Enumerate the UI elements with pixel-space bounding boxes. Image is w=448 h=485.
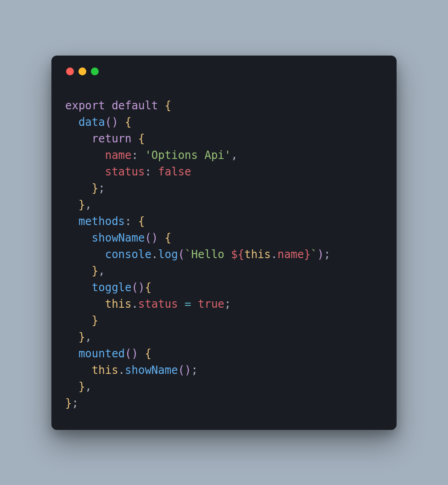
code-token: : <box>125 215 131 228</box>
code-token: } <box>78 380 85 393</box>
code-token: { <box>138 215 145 228</box>
code-token: ; <box>324 248 330 261</box>
code-token <box>65 149 105 162</box>
code-token: { <box>165 99 171 112</box>
code-token: , <box>85 380 91 393</box>
code-token <box>65 165 105 178</box>
code-token: ( <box>105 116 112 129</box>
code-token: showName <box>125 364 178 377</box>
code-token: , <box>85 198 91 211</box>
code-token: } <box>78 331 85 344</box>
code-token: status <box>105 165 145 178</box>
code-token <box>65 380 78 393</box>
code-token: name <box>277 248 304 261</box>
code-token <box>138 347 145 360</box>
code-token: ) <box>138 281 145 294</box>
code-token: . <box>151 248 158 261</box>
code-token: ; <box>191 364 198 377</box>
code-token: default <box>112 99 158 112</box>
code-token: : <box>145 165 151 178</box>
code-token: this <box>92 364 118 377</box>
code-token: . <box>118 364 125 377</box>
code-token <box>65 215 78 228</box>
minimize-icon[interactable] <box>78 68 86 75</box>
maximize-icon[interactable] <box>91 68 99 75</box>
code-token <box>191 298 198 310</box>
code-token: methods <box>78 215 125 228</box>
code-token: { <box>145 347 151 360</box>
code-token: name <box>105 149 132 162</box>
code-token: } <box>92 182 98 195</box>
code-token: , <box>98 265 105 277</box>
code-token: ( <box>178 248 185 261</box>
code-token: ${ <box>231 248 244 261</box>
code-token: export <box>65 99 105 112</box>
code-token <box>65 298 105 310</box>
code-token: = <box>185 298 191 310</box>
code-token <box>65 347 78 360</box>
code-token: ; <box>224 298 231 310</box>
code-token: return <box>92 132 132 145</box>
code-token <box>65 364 92 377</box>
code-token: { <box>125 116 131 129</box>
code-token: log <box>158 248 178 261</box>
code-token: 'Options Api' <box>145 149 231 162</box>
code-token: , <box>85 331 91 344</box>
code-token <box>105 99 112 112</box>
code-token <box>65 331 78 344</box>
code-token: } <box>78 198 85 211</box>
code-token: , <box>231 149 237 162</box>
code-token <box>65 281 92 294</box>
code-snippet: export default { data() { return { name:… <box>65 97 383 412</box>
code-token <box>65 265 92 277</box>
code-token: { <box>138 132 145 145</box>
code-token <box>65 182 92 195</box>
code-token <box>65 248 105 261</box>
code-token: this <box>105 298 132 310</box>
code-token <box>132 132 138 145</box>
code-token: } <box>304 248 310 261</box>
code-token: { <box>165 231 171 244</box>
close-icon[interactable] <box>66 68 74 75</box>
code-token <box>158 99 164 112</box>
code-window: export default { data() { return { name:… <box>51 56 397 430</box>
code-token: ; <box>98 182 105 195</box>
code-token: ` <box>311 248 317 261</box>
code-token: } <box>92 314 98 327</box>
code-token: ) <box>151 231 158 244</box>
code-token: ) <box>112 116 118 129</box>
code-token: false <box>158 165 191 178</box>
code-token: : <box>132 149 138 162</box>
code-token <box>151 165 158 178</box>
code-token: this <box>244 248 271 261</box>
traffic-lights <box>65 68 383 75</box>
code-token: ) <box>132 347 138 360</box>
code-token: ( <box>132 281 138 294</box>
code-token <box>118 116 125 129</box>
code-token <box>65 231 92 244</box>
code-token: { <box>145 281 151 294</box>
code-token <box>158 231 164 244</box>
code-token: true <box>198 298 224 310</box>
code-token: console <box>105 248 151 261</box>
code-token: ( <box>178 364 185 377</box>
code-token: . <box>132 298 138 310</box>
code-token: ) <box>185 364 191 377</box>
code-token: ) <box>317 248 324 261</box>
code-token: } <box>92 265 98 277</box>
code-token: ( <box>125 347 131 360</box>
code-token: data <box>78 116 105 129</box>
code-token: toggle <box>92 281 132 294</box>
code-token <box>132 215 138 228</box>
code-token: ( <box>145 231 151 244</box>
code-token <box>65 116 78 129</box>
code-token: ; <box>72 397 78 410</box>
code-token: status <box>138 298 178 310</box>
code-token <box>65 132 92 145</box>
code-token <box>178 298 185 310</box>
code-token <box>65 314 92 327</box>
code-token <box>138 149 145 162</box>
code-token: } <box>65 397 72 410</box>
code-token <box>65 198 78 211</box>
code-token: mounted <box>78 347 125 360</box>
